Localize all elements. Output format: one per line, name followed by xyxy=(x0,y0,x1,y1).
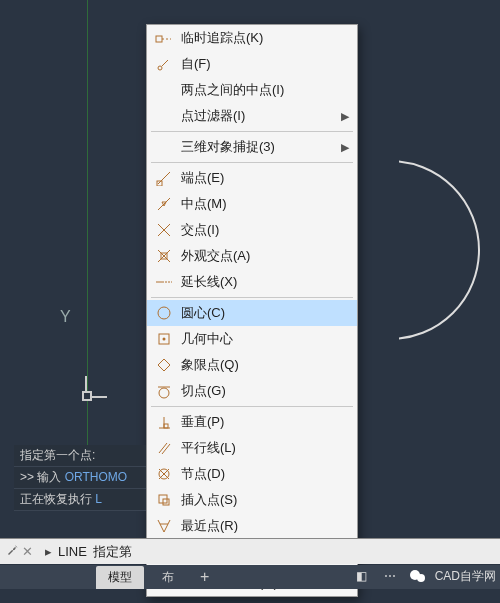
close-icon[interactable]: ✕ xyxy=(22,544,33,559)
menu-item-label: 端点(E) xyxy=(181,169,349,187)
menu-nearest[interactable]: 最近点(R) xyxy=(147,513,357,539)
menu-tangent[interactable]: 切点(G) xyxy=(147,378,357,404)
menu-item-label: 最近点(R) xyxy=(181,517,349,535)
menu-item-label: 外观交点(A) xyxy=(181,247,349,265)
menu-point-filters[interactable]: 点过滤器(I) ▶ xyxy=(147,103,357,129)
menu-item-label: 垂直(P) xyxy=(181,413,349,431)
apparent-intersection-icon xyxy=(151,245,177,267)
perpendicular-icon xyxy=(151,411,177,433)
menu-insertion[interactable]: 插入点(S) xyxy=(147,487,357,513)
menu-separator xyxy=(151,162,353,163)
menu-perpendicular[interactable]: 垂直(P) xyxy=(147,409,357,435)
from-icon xyxy=(151,53,177,75)
tab-layout[interactable]: 布 xyxy=(150,566,186,589)
menu-item-label: 节点(D) xyxy=(181,465,349,483)
tangent-icon xyxy=(151,380,177,402)
command-prompt: 指定第 xyxy=(93,543,132,561)
svg-point-17 xyxy=(163,338,166,341)
menu-item-label: 几何中心 xyxy=(181,330,349,348)
svg-rect-30 xyxy=(163,499,169,505)
blank-icon xyxy=(151,136,177,158)
svg-line-24 xyxy=(159,443,167,453)
intersection-icon xyxy=(151,219,177,241)
history-line: >> 输入 ORTHOMO xyxy=(14,467,146,489)
menu-item-label: 象限点(Q) xyxy=(181,356,349,374)
svg-rect-5 xyxy=(157,181,162,186)
menu-geometric-center[interactable]: 几何中心 xyxy=(147,326,357,352)
menu-extension[interactable]: 延长线(X) xyxy=(147,269,357,295)
svg-rect-23 xyxy=(164,424,168,428)
svg-line-25 xyxy=(162,444,170,454)
menu-center[interactable]: 圆心(C) xyxy=(147,300,357,326)
menu-midpoint-between-two[interactable]: 两点之间的中点(I) xyxy=(147,77,357,103)
menu-apparent-intersection[interactable]: 外观交点(A) xyxy=(147,243,357,269)
history-line: 指定第一个点: xyxy=(14,445,146,467)
nearest-icon xyxy=(151,515,177,537)
menu-item-label: 临时追踪点(K) xyxy=(181,29,349,47)
svg-line-32 xyxy=(164,520,170,532)
status-bar-right: ◧ ⋯ CAD自学网 xyxy=(351,565,496,587)
svg-point-15 xyxy=(158,307,170,319)
wrench-icon xyxy=(6,543,20,560)
extension-icon xyxy=(151,271,177,293)
midpoint-icon xyxy=(151,193,177,215)
menu-separator xyxy=(151,131,353,132)
menu-item-label: 中点(M) xyxy=(181,195,349,213)
track-icon xyxy=(151,27,177,49)
menu-parallel[interactable]: 平行线(L) xyxy=(147,435,357,461)
menu-node[interactable]: 节点(D) xyxy=(147,461,357,487)
submenu-arrow-icon: ▶ xyxy=(341,141,349,154)
menu-from[interactable]: 自(F) xyxy=(147,51,357,77)
svg-point-19 xyxy=(159,388,169,398)
cursor-axis-label: Y xyxy=(60,308,71,326)
quadrant-icon xyxy=(151,354,177,376)
active-command: LINE xyxy=(58,544,87,559)
menu-item-label: 两点之间的中点(I) xyxy=(181,81,349,99)
wechat-icon[interactable] xyxy=(407,565,429,587)
add-tab-button[interactable]: + xyxy=(192,568,217,586)
menu-intersection[interactable]: 交点(I) xyxy=(147,217,357,243)
svg-point-37 xyxy=(417,574,425,582)
node-icon xyxy=(151,463,177,485)
svg-line-3 xyxy=(162,60,168,66)
parallel-icon xyxy=(151,437,177,459)
history-line: 正在恢复执行 L xyxy=(14,489,146,511)
menu-item-label: 自(F) xyxy=(181,55,349,73)
menu-item-label: 平行线(L) xyxy=(181,439,349,457)
svg-point-2 xyxy=(158,66,162,70)
center-icon xyxy=(151,302,177,324)
menu-separator xyxy=(151,297,353,298)
geometric-center-icon xyxy=(151,328,177,350)
menu-item-label: 点过滤器(I) xyxy=(181,107,335,125)
status-icon[interactable]: ◧ xyxy=(351,565,373,587)
brand-label: CAD自学网 xyxy=(435,568,496,585)
svg-line-6 xyxy=(158,198,170,210)
insertion-icon xyxy=(151,489,177,511)
status-icon[interactable]: ⋯ xyxy=(379,565,401,587)
menu-item-label: 圆心(C) xyxy=(181,304,349,322)
endpoint-icon xyxy=(151,167,177,189)
menu-item-label: 切点(G) xyxy=(181,382,349,400)
menu-midpoint[interactable]: 中点(M) xyxy=(147,191,357,217)
tab-model[interactable]: 模型 xyxy=(96,566,144,589)
menu-temp-track-point[interactable]: 临时追踪点(K) xyxy=(147,25,357,51)
svg-marker-18 xyxy=(158,359,170,371)
menu-item-label: 三维对象捕捉(3) xyxy=(181,138,335,156)
menu-separator xyxy=(151,406,353,407)
osnap-context-menu: 临时追踪点(K) 自(F) 两点之间的中点(I) 点过滤器(I) ▶ 三维对象捕… xyxy=(146,24,358,597)
svg-line-4 xyxy=(158,172,170,184)
svg-rect-0 xyxy=(156,36,162,42)
prompt-arrow-icon: ▸ xyxy=(45,544,52,559)
menu-item-label: 插入点(S) xyxy=(181,491,349,509)
submenu-arrow-icon: ▶ xyxy=(341,110,349,123)
blank-icon xyxy=(151,105,177,127)
ucs-icon xyxy=(85,376,107,398)
command-bar[interactable]: ✕ ▸ LINE 指定第 xyxy=(0,538,500,564)
svg-line-31 xyxy=(158,520,164,532)
menu-item-label: 交点(I) xyxy=(181,221,349,239)
menu-endpoint[interactable]: 端点(E) xyxy=(147,165,357,191)
menu-quadrant[interactable]: 象限点(Q) xyxy=(147,352,357,378)
blank-icon xyxy=(151,79,177,101)
menu-3d-osnap[interactable]: 三维对象捕捉(3) ▶ xyxy=(147,134,357,160)
axis-line xyxy=(87,0,88,480)
